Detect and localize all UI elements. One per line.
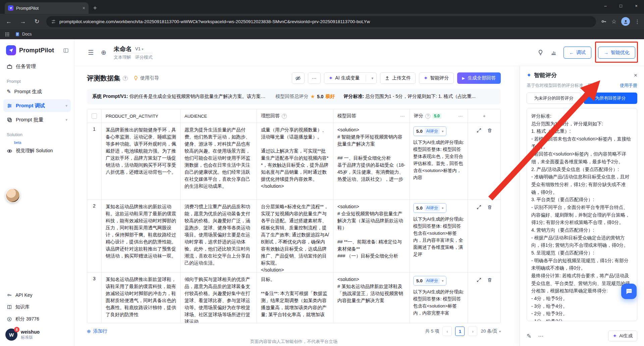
url-bar[interactable]: promptpilot.volcengine.com/workbench/ta-… (46, 16, 596, 27)
cell-score[interactable]: 5.0 AI评分 ▾ 以下为AI生成的评分理由: 模型回答整体: 模型回答整体表… (410, 123, 468, 199)
usage-guide-link[interactable]: 使用引导 (133, 75, 159, 81)
refresh-icon[interactable]: ↻ (32, 18, 42, 25)
score-dropdown[interactable]: 5.0 AI评分 ▾ (413, 126, 446, 136)
sidebar-item-api-key[interactable]: API Key (0, 289, 74, 301)
back-icon[interactable]: ← (4, 18, 13, 25)
column-header-product[interactable]: PRODUCT_OR_ACTIVITY (102, 109, 180, 123)
hide-columns-button[interactable] (292, 72, 305, 84)
sidebar-item-credits[interactable]: 积分 39776 (0, 313, 74, 325)
column-header-ideal[interactable]: 理想回答? (257, 109, 333, 123)
current-page[interactable]: 1 (455, 327, 465, 336)
score-unscored-button[interactable]: 为未评分的回答评分 (527, 93, 581, 104)
new-tab-button[interactable]: ＋ (92, 4, 98, 14)
cell-score[interactable]: 5.0 AI评分 ▾ 以下为AI生成的评分理由: 模型回答整体: 模型回答包含在… (410, 273, 468, 323)
column-header-score[interactable]: 评分? 5.0 ⋯ (410, 109, 468, 123)
trash-icon[interactable] (487, 277, 492, 283)
sidebar-item-task-management[interactable]: 任务管理 (3, 60, 71, 73)
page-size-select[interactable]: 20 条/页 ▾ (481, 328, 501, 334)
cell-product[interactable]: 某知名运动品牌推出的新款运动鞋。这款运动鞋采用了最新的缓震科技，能有效减轻运动时… (102, 200, 180, 272)
sidebar-item-vision-solution[interactable]: 视觉理解 Solution (3, 145, 71, 157)
sidebar-item-prompt-debug[interactable]: Prompt 调试 ▾ (3, 99, 71, 112)
column-header-model[interactable]: 模型回答⋯ (333, 109, 410, 123)
cell-model-answer[interactable]: <solution> # 某知名运动品牌新款篮球鞋及「挑战灌篮王」活动短视频营销… (333, 273, 410, 323)
cell-model-answer[interactable]: <solution> # 企业短视频营销内容批量生产解决方案（某运动品牌新款运动… (333, 200, 410, 272)
smart-score-button[interactable]: ✦ 智能评分 (419, 72, 454, 84)
close-panel-icon[interactable]: × (634, 72, 637, 79)
browser-tab[interactable]: PromptPilot × (5, 2, 89, 14)
info-icon[interactable]: ? (123, 76, 128, 81)
cell-ideal-answer[interactable]: 目标。 **备注**: 本方案可根据「数据监测」结果定期调整（如某类内容播放量高… (257, 273, 333, 323)
score-dropdown[interactable]: 5.0 AI评分 ▾ (413, 203, 446, 213)
ai-generate-button[interactable]: ✦ AI生成 (608, 331, 637, 341)
chat-bubble-icon (625, 288, 633, 295)
total-score-label: 模型回答总评分 (275, 94, 308, 100)
scoring-criteria-text[interactable]: 评分标准: 总分范围为1 - 5分，评分规则如下: 1. 格式（占比重）: - … (527, 108, 637, 321)
expand-icon[interactable] (476, 128, 482, 133)
table-row[interactable]: 3 某知名运动品牌推出新款篮球鞋，该鞋采用了最新的缓震科技，能有效减轻运动时对脚… (87, 273, 500, 323)
document-title[interactable]: 未命名 (114, 45, 132, 53)
system-prompt-bar[interactable]: 系统 Prompt/V1: 你的任务是生成企业短视频营销内容批量生产解决方案。该… (87, 89, 501, 104)
hamburger-menu-icon[interactable]: ☰ (88, 49, 94, 56)
more-options-icon[interactable]: ⋯ (538, 333, 544, 339)
manual-link[interactable]: 使用手册 (620, 82, 637, 89)
trash-icon[interactable] (487, 205, 492, 210)
score-dropdown[interactable]: 5.0 AI评分 ▾ (413, 276, 446, 286)
upload-file-button[interactable]: 上传文件 (380, 72, 416, 84)
cell-ideal-answer[interactable]: 成量（用户分享的视频数量）、活动曝光量（话题播放量）。 通过以上解决方案，可实现… (257, 123, 333, 199)
stats-chart-icon[interactable] (550, 49, 557, 56)
tips-bulb-icon[interactable] (537, 49, 544, 56)
forward-icon[interactable]: → (18, 18, 28, 25)
version-selector[interactable]: V1 ▾ (135, 46, 144, 51)
cell-product[interactable]: 某知名运动品牌推出新款篮球鞋，该鞋采用了最新的缓震科技，能有效减轻运动时对脚部的… (102, 273, 180, 323)
table-row[interactable]: 1 某品牌新推出的智能健身手环，具备心率监测、运动记录、睡眠监测等多种功能。该手… (87, 123, 500, 200)
add-row-button[interactable]: ⊕ 添加行 (87, 328, 107, 334)
more-actions-button[interactable]: ⋯ (308, 72, 321, 84)
prev-page-button[interactable]: ‹ (442, 327, 452, 336)
chat-fab-button[interactable] (621, 284, 637, 299)
debug-button[interactable]: ← 调试 (564, 47, 591, 59)
cell-audience[interactable]: 愿意为提升生活质量的产品付费。他们热衷于运动，如跑步、健身、游泳等，对科技产品也… (180, 123, 257, 199)
expand-icon[interactable] (476, 277, 482, 283)
cell-score[interactable]: 5.0 AI评分 ▾ 以下为AI生成的评分理由: 模型回答整体: 模型回答包含在… (410, 200, 468, 272)
select-all-checkbox[interactable] (92, 113, 97, 119)
table-row[interactable]: 2 某知名运动品牌推出的新款运动鞋。这款运动鞋采用了最新的缓震科技，能有效减轻运… (87, 200, 500, 273)
user-account[interactable]: W 8 weishuo 标准版 (0, 325, 74, 342)
trash-icon[interactable] (487, 128, 492, 133)
cell-product[interactable]: 某品牌新推出的智能健身手环，具备心率监测、运动记录、睡眠监测等多种功能。该手环外… (102, 123, 180, 199)
sidebar-item-prompt-generate[interactable]: ✎ Prompt 生成 (3, 85, 71, 98)
sidebar-item-prompt-batch[interactable]: Prompt 批量 ▾ (3, 113, 71, 126)
edit-pencil-icon[interactable]: ✎ (527, 333, 531, 340)
chevron-down-icon[interactable]: ▾ (368, 76, 376, 80)
minimize-icon[interactable]: – (598, 0, 613, 11)
column-menu-icon[interactable]: ⋯ (400, 113, 406, 119)
column-menu-icon[interactable]: ⋯ (458, 113, 464, 119)
info-icon[interactable]: ? (282, 114, 287, 119)
add-column-button[interactable]: ＋ (468, 109, 500, 123)
sidebar-item-knowledge-base[interactable]: 知识库 (0, 301, 74, 313)
collapse-sidebar-icon[interactable] (63, 48, 69, 53)
add-circle-icon[interactable]: ⊕ (101, 49, 106, 56)
maximize-icon[interactable]: □ (613, 0, 629, 11)
bookmark-docs[interactable]: Docs (15, 32, 32, 37)
smart-optimize-button[interactable]: → 智能优化 (598, 47, 635, 59)
apps-grid-icon[interactable] (5, 32, 10, 37)
next-page-button[interactable]: › (468, 327, 477, 336)
column-header-audience[interactable]: AUDIENCE (180, 109, 257, 123)
bookmark-star-icon[interactable]: ☆ (611, 18, 616, 25)
password-key-icon[interactable] (601, 18, 607, 24)
ai-generate-variables-button[interactable]: ✦ AI 生成变量 ▾ (324, 72, 377, 84)
assistant-avatar[interactable] (5, 188, 20, 203)
cell-audience[interactable]: 倾向于购买与篮球相关的优质产品，愿意为高品质的篮球装备支付较高价格。兴趣爱好集中… (180, 273, 257, 323)
generate-all-answers-button[interactable]: ▶ 生成全部回答 (457, 72, 501, 84)
expand-icon[interactable] (476, 205, 482, 210)
tab-close-icon[interactable]: × (83, 5, 85, 11)
cell-ideal-answer[interactable]: 台分层策略+标准化生产流程**，实现了短视频内容的批量生产与各平台适配。通过搭建… (257, 200, 333, 272)
profile-avatar[interactable] (621, 17, 630, 26)
close-icon[interactable]: × (629, 0, 644, 11)
info-icon[interactable]: ? (425, 114, 430, 119)
site-settings-icon[interactable] (51, 19, 56, 24)
cell-audience[interactable]: 消费习惯上注重产品的品质和功能，愿意为优质的运动装备支付较高的价格。兴趣爱好广泛… (180, 200, 257, 272)
score-all-button[interactable]: 为所有回答评分 (584, 93, 637, 104)
browser-menu-icon[interactable]: ⋮ (635, 18, 640, 25)
cell-model-answer[interactable]: <solution> # 智能健身手环短视频营销内容批量生产解决方案 ## 一、… (333, 123, 410, 199)
